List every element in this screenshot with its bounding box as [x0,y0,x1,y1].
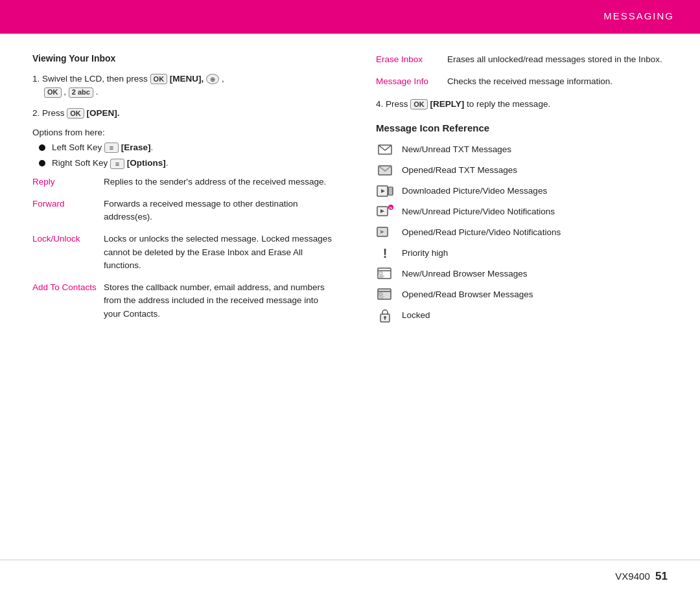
header-bar: MESSAGING [0,0,700,31]
icon-downloaded-video-box [376,184,394,198]
svg-text:N: N [390,206,392,210]
bullet-options: Right Soft Key ≡ [Options]. [39,158,337,168]
menu-label-forward: Forward [32,198,104,224]
svg-point-25 [384,316,386,319]
downloaded-video-label: Downloaded Picture/Video Messages [402,186,547,196]
menu-item-lock-unlock: Lock/Unlock Locks or unlocks the selecte… [32,233,337,272]
icon-item-opened-browser: Opened/Read Browser Messages [376,288,674,302]
key-ok-3: OK [67,108,84,119]
icon-item-priority: ! Priority high [376,246,674,260]
icon-item-new-txt: New/Unread TXT Messages [376,142,674,157]
step-1-number: 1. [32,74,42,84]
section-title: Viewing Your Inbox [32,53,337,63]
icon-opened-browser-box [376,288,394,302]
menu-desc-add-contacts: Stores the callback number, email addres… [104,281,337,321]
icon-priority-box: ! [376,246,394,260]
icon-item-new-video-notif: N New/Unread Picture/Video Notifications [376,205,674,219]
key-ok-reply: OK [410,99,428,109]
step-4-text: to reply the message. [467,99,550,109]
bullet-erase-text: Left Soft Key ≡ [Erase]. [52,142,153,153]
step-1-text: Swivel the LCD, then press [42,74,150,84]
menu-items-left: Reply Replies to the sender's address of… [32,176,337,321]
menu-item-erase-inbox: Erase Inbox Erases all unlocked/read mes… [376,53,674,66]
step-2-open: [OPEN]. [87,108,120,118]
locked-icon [379,308,391,323]
menu-item-forward: Forward Forwards a received message to o… [32,198,337,224]
new-txt-icon [378,144,392,155]
new-video-notif-icon: N [377,205,393,219]
header-title: MESSAGING [603,10,674,21]
bullet-options-text: Right Soft Key ≡ [Options]. [52,158,169,168]
step-4: 4. Press OK [REPLY] to reply the message… [376,98,674,111]
icon-ref-title: Message Icon Reference [376,122,674,133]
opened-video-notif-label: Opened/Read Picture/Video Notifications [402,227,561,237]
key-ok-2: OK [44,87,62,98]
step-1-comma: , [222,74,224,84]
new-video-notif-label: New/Unread Picture/Video Notifications [402,207,555,216]
step-4-number: 4. Press [376,99,410,109]
options-label: Options from here: [32,128,337,137]
menu-item-add-contacts: Add To Contacts Stores the callback numb… [32,281,337,321]
locked-label: Locked [402,310,430,320]
main-content: Viewing Your Inbox 1. Swivel the LCD, th… [0,34,700,553]
new-browser-icon [377,268,393,280]
footer-page-number: 51 [655,570,668,582]
icon-opened-video-notif-box [376,225,394,240]
icon-opened-txt-box [376,163,394,177]
menu-desc-message-info: Checks the received message information. [447,75,674,88]
downloaded-video-icon [377,185,393,198]
opened-browser-icon [377,288,393,301]
opened-browser-label: Opened/Read Browser Messages [402,290,533,299]
menu-label-message-info: Message Info [376,75,447,88]
bullet-dot-1 [39,144,45,151]
icon-new-browser-box [376,267,394,281]
icon-new-video-notif-box: N [376,205,394,219]
menu-label-erase-inbox: Erase Inbox [376,53,447,66]
svg-rect-21 [379,293,382,295]
step-2: 2. Press OK [OPEN]. [32,107,337,120]
opened-video-notif-icon [377,225,393,240]
bullet-erase: Left Soft Key ≡ [Erase]. [39,142,337,153]
new-txt-label: New/Unread TXT Messages [402,144,511,154]
key-ok-1: OK [150,74,168,84]
icon-item-downloaded-video: Downloaded Picture/Video Messages [376,184,674,198]
icon-item-locked: Locked [376,308,674,323]
left-column: Viewing Your Inbox 1. Swivel the LCD, th… [32,53,337,540]
menu-label-add-contacts: Add To Contacts [32,281,104,321]
menu-desc-reply: Replies to the sender's address of the r… [104,176,337,188]
icon-item-opened-video-notif: Opened/Read Picture/Video Notifications [376,225,674,240]
menu-desc-forward: Forwards a received message to other des… [104,198,337,224]
key-right-soft: ≡ [110,159,124,169]
step-4-reply: [REPLY] [430,99,465,109]
icon-new-txt-box [376,142,394,157]
step-1-keys: OK , 2 abc . [44,87,98,97]
icon-locked-box [376,308,394,323]
bullet-dot-2 [39,160,45,166]
menu-label-lock-unlock: Lock/Unlock [32,233,104,272]
icon-item-opened-txt: Opened/Read TXT Messages [376,163,674,177]
step-2-number: 2. Press [32,108,67,118]
key-2abc: 2 abc [69,87,93,98]
new-browser-label: New/Unread Browser Messages [402,269,528,279]
opened-txt-icon [378,165,392,176]
menu-desc-erase-inbox: Erases all unlocked/read messages stored… [447,53,674,66]
step-1: 1. Swivel the LCD, then press OK [MENU],… [32,73,337,99]
menu-item-message-info: Message Info Checks the received message… [376,75,674,88]
footer: VX9400 51 [0,560,700,592]
nav-icon: ⊕ [206,74,219,84]
menu-label-reply: Reply [32,176,104,188]
menu-desc-lock-unlock: Locks or unlocks the selected message. L… [104,233,337,272]
opened-txt-label: Opened/Read TXT Messages [402,165,517,175]
menu-item-reply: Reply Replies to the sender's address of… [32,176,337,188]
key-left-soft: ≡ [104,142,119,153]
svg-rect-16 [379,272,382,275]
priority-icon: ! [383,247,388,260]
footer-model: VX9400 51 [615,570,668,583]
priority-label: Priority high [402,248,448,258]
icon-item-new-browser: New/Unread Browser Messages [376,267,674,281]
step-1-menu: [MENU], [170,74,206,84]
right-column: Erase Inbox Erases all unlocked/read mes… [363,53,674,540]
